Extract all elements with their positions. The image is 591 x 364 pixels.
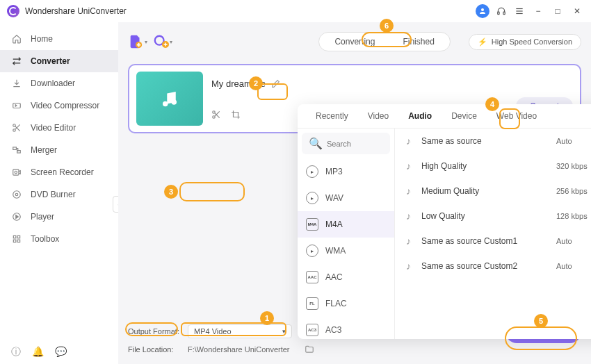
maximize-button[interactable]: □ <box>551 4 565 18</box>
format-label: FLAC <box>325 299 347 308</box>
quality-row[interactable]: ♪Same as source Custom1Auto <box>395 229 591 254</box>
annotation-marker-5: 5 <box>534 314 548 328</box>
annotation-marker-2: 2 <box>249 76 263 90</box>
main: Home Converter Downloader Video Compress… <box>0 22 591 364</box>
close-button[interactable]: ✕ <box>570 4 584 18</box>
format-m4a[interactable]: M4AM4A <box>298 211 394 238</box>
content-area: ▾ ▾ Converting Finished ⚡High Speed Conv… <box>118 22 591 364</box>
sidebar-item-dvd[interactable]: DVD Burner <box>0 183 118 206</box>
add-url-button[interactable]: ▾ <box>153 32 172 51</box>
minimize-button[interactable]: − <box>531 4 545 18</box>
bell-icon[interactable]: 🔔 <box>32 346 44 358</box>
format-search[interactable]: 🔍 <box>302 133 390 154</box>
music-icon: ♪ <box>406 185 421 197</box>
tab-audio[interactable]: Audio <box>398 104 442 128</box>
output-format-label: Output Format: <box>128 327 182 336</box>
menu-icon[interactable] <box>513 5 526 17</box>
audio-format-icon: ▸ <box>306 192 318 204</box>
tab-converting[interactable]: Converting <box>321 34 389 49</box>
audio-format-icon: ▸ <box>306 245 318 257</box>
merger-icon <box>11 144 22 156</box>
edit-title-icon[interactable] <box>271 79 280 88</box>
format-wma[interactable]: ▸WMA <box>298 238 394 264</box>
file-thumbnail <box>136 72 203 126</box>
sidebar-item-converter[interactable]: Converter <box>0 50 118 72</box>
format-mp3[interactable]: ▸MP3 <box>298 158 394 185</box>
segment-control: Converting Finished <box>318 32 450 51</box>
format-label: M4A <box>325 220 343 229</box>
format-label: AAC <box>325 272 343 282</box>
audio-format-icon: M4A <box>306 218 318 231</box>
quality-label: High Quality <box>421 161 556 171</box>
sidebar-item-recorder[interactable]: Screen Recorder <box>0 161 118 183</box>
search-input[interactable] <box>327 140 383 148</box>
quality-row[interactable]: ♪Low Quality128 kbps <box>395 204 591 229</box>
quality-label: Medium Quality <box>421 186 556 196</box>
output-format-value: MP4 Video <box>194 327 232 336</box>
sidebar: Home Converter Downloader Video Compress… <box>0 22 118 364</box>
headset-icon[interactable] <box>495 5 508 17</box>
music-icon: ♪ <box>406 135 421 147</box>
svg-point-26 <box>213 115 216 118</box>
toolbar: ▾ ▾ Converting Finished ⚡High Speed Conv… <box>128 28 581 56</box>
output-format-select[interactable]: MP4 Video▾ <box>188 324 292 338</box>
crop-icon[interactable] <box>231 110 241 119</box>
sidebar-item-compressor[interactable]: Video Compressor <box>0 94 118 117</box>
format-wav[interactable]: ▸WAV <box>298 185 394 211</box>
add-file-button[interactable]: ▾ <box>128 32 147 51</box>
format-label: MP3 <box>325 167 343 176</box>
recorder-icon <box>11 167 22 178</box>
svg-point-0 <box>481 8 484 11</box>
audio-format-icon: AC3 <box>306 324 318 336</box>
disc-icon <box>11 189 22 200</box>
titlebar: Wondershare UniConverter − □ ✕ <box>0 0 591 22</box>
feedback-icon[interactable]: 💬 <box>55 346 67 358</box>
format-list: 🔍 ▸MP3 ▸WAV M4AM4A ▸WMA AACAAC FLFLAC AC… <box>298 129 395 339</box>
audio-format-icon: FL <box>306 297 318 310</box>
format-flac[interactable]: FLFLAC <box>298 290 394 317</box>
sidebar-item-merger[interactable]: Merger <box>0 139 118 161</box>
sidebar-item-downloader[interactable]: Downloader <box>0 72 118 94</box>
tab-device[interactable]: Device <box>442 104 487 128</box>
footer-icons: ⓘ 🔔 💬 <box>11 346 67 358</box>
sidebar-item-editor[interactable]: Video Editor <box>0 117 118 139</box>
scissors-icon <box>11 122 22 133</box>
quality-rate: 128 kbps <box>556 212 591 220</box>
tab-video[interactable]: Video <box>358 104 398 128</box>
svg-rect-11 <box>13 169 19 175</box>
sidebar-item-player[interactable]: Player <box>0 206 118 228</box>
format-aac[interactable]: AACAAC <box>298 264 394 290</box>
help-icon[interactable]: ⓘ <box>11 346 21 358</box>
sidebar-item-toolbox[interactable]: Toolbox <box>0 228 118 250</box>
home-icon <box>11 33 22 44</box>
quality-label: Low Quality <box>421 211 556 221</box>
format-ac3[interactable]: AC3AC3 <box>298 317 394 339</box>
quality-rate: Auto <box>556 262 591 270</box>
sidebar-item-label: Player <box>31 212 54 222</box>
annotation-marker-6: 6 <box>380 19 394 33</box>
svg-point-25 <box>213 110 216 113</box>
sidebar-item-home[interactable]: Home <box>0 28 118 50</box>
quality-rate: 256 kbps <box>556 187 591 195</box>
svg-point-12 <box>15 171 17 174</box>
sidebar-item-label: Video Compressor <box>31 101 99 110</box>
search-icon: 🔍 <box>309 137 323 150</box>
quality-row[interactable]: ♪High Quality320 kbps <box>395 154 591 179</box>
svg-rect-1 <box>498 12 499 15</box>
tab-finished[interactable]: Finished <box>389 34 448 49</box>
play-icon <box>11 211 22 222</box>
quality-row[interactable]: ♪Same as sourceAuto <box>395 129 591 154</box>
tab-recently[interactable]: Recently <box>306 104 358 128</box>
hsc-label: High Speed Conversion <box>492 38 572 46</box>
trim-icon[interactable] <box>211 110 221 119</box>
high-speed-toggle[interactable]: ⚡High Speed Conversion <box>469 34 581 50</box>
svg-point-8 <box>13 129 16 132</box>
quality-row[interactable]: ♪Same as source Custom2Auto <box>395 254 591 279</box>
quality-row[interactable]: ♪Medium Quality256 kbps <box>395 179 591 204</box>
dropdown-tabs: Recently Video Audio Device Web Video <box>298 104 591 129</box>
user-icon[interactable] <box>476 4 489 18</box>
svg-point-24 <box>172 99 177 105</box>
folder-icon[interactable] <box>305 345 314 354</box>
quality-list: ♪Same as sourceAuto ♪High Quality320 kbp… <box>395 129 591 339</box>
quality-label: Same as source Custom1 <box>421 236 556 246</box>
